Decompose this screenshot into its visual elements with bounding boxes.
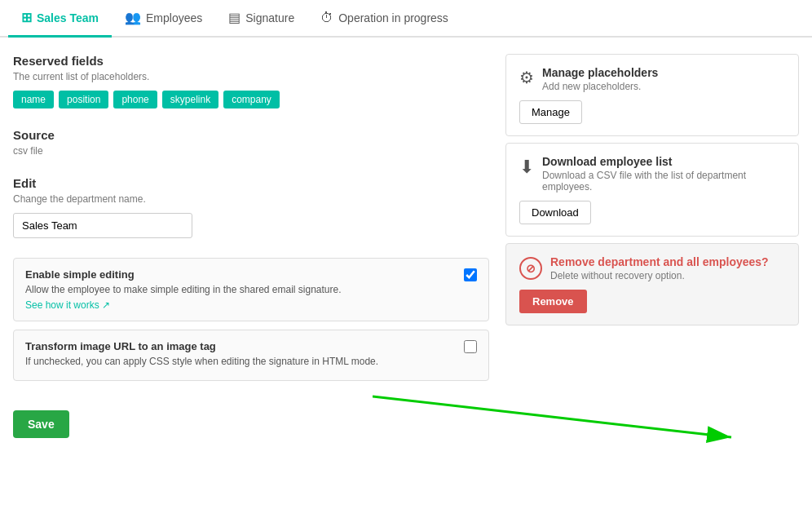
transform-image-title: Transform image URL to an image tag <box>25 340 477 352</box>
reserved-fields-desc: The current list of placeholders. <box>13 71 489 82</box>
save-area: Save <box>13 410 489 438</box>
download-icon: ⬇ <box>519 157 534 178</box>
manage-card: ⚙ Manage placeholders Add new placeholde… <box>505 54 799 136</box>
manage-title: Manage placeholders <box>542 66 658 79</box>
tab-sales-team[interactable]: ⊞ Sales Team <box>8 0 112 38</box>
tab-signature[interactable]: ▤ Signature <box>215 0 307 38</box>
download-title: Download employee list <box>542 155 785 168</box>
operation-icon: ⏱ <box>320 11 333 25</box>
download-card-header: ⬇ Download employee list Download a CSV … <box>519 155 785 193</box>
department-name-input[interactable] <box>13 213 192 238</box>
simple-editing-title: Enable simple editing <box>25 268 477 281</box>
main-content: Reserved fields The current list of plac… <box>0 38 812 454</box>
transform-image-desc: If unchecked, you can apply CSS style wh… <box>25 356 477 367</box>
no-icon: ⊘ <box>519 257 542 280</box>
sales-team-icon: ⊞ <box>21 10 32 25</box>
simple-editing-desc: Allow the employee to make simple editin… <box>25 284 477 295</box>
download-card-text: Download employee list Download a CSV fi… <box>542 155 785 193</box>
signature-icon: ▤ <box>228 10 241 25</box>
tag-name: name <box>13 91 54 108</box>
gear-icon: ⚙ <box>519 68 534 87</box>
transform-image-checkbox[interactable] <box>464 340 477 353</box>
tag-company: company <box>223 91 280 108</box>
remove-title: Remove department and all employees? <box>550 255 769 268</box>
simple-editing-link[interactable]: See how it works ↗ <box>25 299 110 311</box>
download-desc: Download a CSV file with the list of dep… <box>542 170 785 193</box>
tag-phone: phone <box>113 91 157 108</box>
simple-editing-box: Enable simple editing Allow the employee… <box>13 258 489 321</box>
download-card: ⬇ Download employee list Download a CSV … <box>505 143 799 237</box>
manage-card-text: Manage placeholders Add new placeholders… <box>542 66 658 92</box>
transform-image-box: Transform image URL to an image tag If u… <box>13 330 489 381</box>
tabs-nav: ⊞ Sales Team 👥 Employees ▤ Signature ⏱ O… <box>0 0 812 38</box>
edit-title: Edit <box>13 176 489 190</box>
source-title: Source <box>13 128 489 142</box>
manage-button[interactable]: Manage <box>519 100 582 124</box>
reserved-fields-title: Reserved fields <box>13 54 489 68</box>
source-section: Source csv file <box>13 128 489 157</box>
simple-editing-checkbox[interactable] <box>464 268 477 281</box>
employees-icon: 👥 <box>125 10 141 25</box>
tags-list: namepositionphoneskypelinkcompany <box>13 91 489 108</box>
remove-card-text: Remove department and all employees? Del… <box>550 255 769 281</box>
manage-card-header: ⚙ Manage placeholders Add new placeholde… <box>519 66 785 92</box>
tag-skypelink: skypelink <box>162 91 218 108</box>
simple-editing-checkbox-area <box>464 268 477 284</box>
source-desc: csv file <box>13 145 489 157</box>
edit-desc: Change the department name. <box>13 193 489 205</box>
left-panel: Reserved fields The current list of plac… <box>13 54 489 438</box>
manage-desc: Add new placeholders. <box>542 81 658 92</box>
remove-button[interactable]: Remove <box>519 290 587 313</box>
remove-card-header: ⊘ Remove department and all employees? D… <box>519 255 785 281</box>
save-button[interactable]: Save <box>13 410 69 438</box>
right-panel: ⚙ Manage placeholders Add new placeholde… <box>505 54 799 438</box>
edit-section: Edit Change the department name. <box>13 176 489 238</box>
remove-desc: Delete without recovery option. <box>550 270 769 281</box>
tab-employees[interactable]: 👥 Employees <box>112 0 215 38</box>
tag-position: position <box>59 91 108 108</box>
reserved-fields-section: Reserved fields The current list of plac… <box>13 54 489 108</box>
download-button[interactable]: Download <box>519 201 591 224</box>
tab-operation[interactable]: ⏱ Operation in progress <box>307 0 461 38</box>
remove-card: ⊘ Remove department and all employees? D… <box>505 243 799 325</box>
transform-image-checkbox-area <box>464 340 477 356</box>
